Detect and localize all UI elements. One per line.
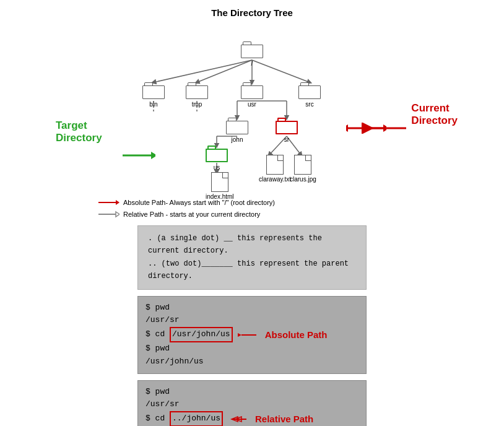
red-arrow-to-sr — [362, 123, 408, 134]
relative-cmd-arrow — [228, 414, 248, 424]
svg-marker-18 — [346, 124, 348, 132]
target-directory-label: TargetDirectory — [56, 120, 102, 145]
legend-absolute-text: Absolute Path- Always start with "/" (ro… — [123, 199, 275, 206]
terminal1-line3: $ cd /usr/john/us Absolute Path — [146, 327, 358, 342]
node-index: index.html — [206, 172, 234, 200]
terminal1-line2: /usr/sr — [146, 314, 358, 327]
svg-marker-22 — [116, 200, 119, 205]
terminal2-cd-prefix: $ cd — [146, 412, 170, 425]
absolute-cmd-arrow — [238, 330, 258, 340]
legend-absolute: Absolute Path- Always start with "/" (ro… — [97, 198, 407, 207]
terminal1-line4: $ pwd — [146, 342, 358, 355]
node-root: / — [241, 41, 263, 67]
terminal1-highlighted: /usr/john/us — [170, 327, 233, 342]
info-box: . (a single dot) __ this represents the … — [137, 225, 367, 290]
info-line1: . (a single dot) __ this represents the … — [148, 232, 356, 258]
legend: Absolute Path- Always start with "/" (ro… — [97, 198, 407, 219]
node-clarus: clarus.jpg — [290, 155, 316, 183]
tree-diagram: / bin tmp usr src john sr us claraway.tx… — [0, 22, 504, 195]
terminal2-highlighted: ../john/us — [170, 411, 223, 426]
terminal1-line5: /usr/john/us — [146, 355, 358, 368]
node-john: john — [226, 118, 248, 143]
svg-marker-16 — [151, 152, 155, 159]
terminal2-line3: $ cd ../john/us Relative Path — [146, 411, 358, 426]
legend-relative: Relative Path - starts at your current d… — [97, 209, 407, 219]
current-directory-label: CurrentDirectory — [411, 102, 458, 128]
terminal-relative: $ pwd /usr/sr $ cd ../john/us Relative P… — [137, 380, 367, 426]
terminal2-line1: $ pwd — [146, 386, 358, 399]
info-line2: .. (two dot)_______ this represent the p… — [148, 258, 356, 283]
svg-marker-24 — [116, 212, 119, 217]
node-bin: bin — [142, 82, 165, 108]
absolute-path-label: Absolute Path — [265, 328, 328, 342]
terminal1-line1: $ pwd — [146, 302, 358, 315]
svg-line-0 — [154, 60, 252, 82]
node-us: us — [206, 146, 228, 171]
node-src: src — [298, 82, 321, 108]
node-tmp: tmp — [186, 82, 208, 108]
node-usr: usr — [241, 82, 263, 108]
legend-relative-text: Relative Path - starts at your current d… — [123, 211, 260, 218]
absolute-arrow-icon — [97, 198, 119, 207]
terminal1-cd-prefix: $ cd — [146, 328, 170, 341]
relative-path-label: Relative Path — [255, 412, 313, 426]
relative-arrow-icon — [97, 209, 119, 219]
node-sr: sr — [276, 118, 298, 143]
terminal-absolute: $ pwd /usr/sr $ cd /usr/john/us Absolute… — [137, 296, 367, 374]
page-title: The Directory Tree — [0, 7, 504, 18]
node-claraway: claraway.txt — [259, 155, 291, 183]
terminal2-line2: /usr/sr — [146, 398, 358, 411]
green-arrow — [121, 150, 155, 161]
